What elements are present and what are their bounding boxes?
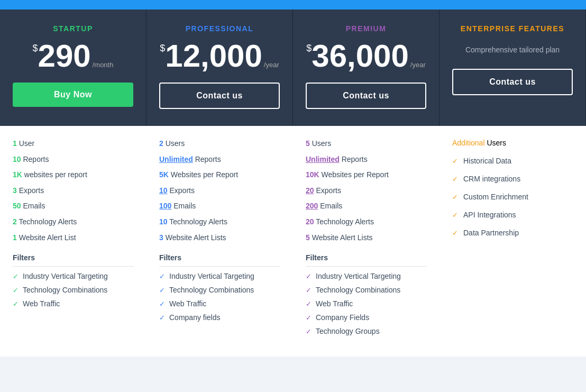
feature-highlight-premium-6: 5 — [306, 233, 310, 242]
price-amount-premium: 36,000 — [312, 40, 409, 72]
list-item: 10 Reports — [13, 154, 134, 165]
check-icon-premium-4: ✓ — [306, 327, 312, 335]
feature-list-startup: 1 User10 Reports1K websites per report3 … — [13, 139, 134, 243]
feature-highlight-professional-2: 5K — [159, 170, 169, 179]
price-row-professional: $12,000/year — [160, 40, 279, 72]
feature-highlight-startup-2: 1K — [13, 170, 22, 179]
feature-highlight-professional-3: 10 — [159, 186, 168, 195]
feature-highlight-professional-5: 10 — [159, 217, 168, 226]
enterprise-additional-0: Additional — [452, 139, 485, 147]
list-item: 10K Websites per Report — [306, 170, 427, 180]
list-item: ✓Technology Groups — [306, 327, 427, 335]
list-item: 10 Exports — [159, 186, 280, 196]
top-bar — [0, 0, 586, 10]
price-period-premium: /year — [410, 61, 426, 69]
list-item: ✓API Integrations — [452, 211, 573, 219]
filter-label-startup-1: Technology Combinations — [23, 286, 107, 294]
price-amount-professional: 12,000 — [165, 40, 262, 72]
check-icon-professional-0: ✓ — [159, 272, 165, 280]
plan-header-premium: PREMIUM$36,000/yearContact us — [293, 10, 440, 126]
feature-highlight-startup-6: 1 — [13, 233, 17, 242]
plan-body-professional: 2 UsersUnlimited Reports5K Websites per … — [146, 126, 293, 357]
list-item: Additional Users — [452, 139, 573, 147]
plan-name-startup: STARTUP — [53, 24, 93, 33]
filters-label-professional: Filters — [159, 253, 280, 267]
list-item: 200 Emails — [306, 201, 427, 212]
filter-label-startup-0: Industry Vertical Targeting — [23, 272, 108, 280]
feature-highlight-professional-0: 2 — [159, 139, 163, 148]
plan-name-premium: PREMIUM — [346, 24, 387, 33]
cta-button-startup[interactable]: Buy Now — [13, 83, 133, 107]
enterprise-feature-label-1: Historical Data — [463, 157, 511, 165]
enterprise-feature-label-2: CRM integrations — [463, 175, 520, 183]
list-item: ✓Company Fields — [306, 313, 427, 322]
check-icon-startup-1: ✓ — [13, 286, 19, 294]
cta-button-enterprise[interactable]: Contact us — [452, 69, 573, 95]
filters-label-startup: Filters — [13, 253, 134, 267]
check-icon-startup-2: ✓ — [13, 300, 19, 308]
filter-label-professional-3: Company fields — [169, 313, 221, 322]
list-item: 2 Technology Alerts — [13, 217, 134, 227]
price-period-professional: /year — [264, 61, 279, 69]
feature-highlight-startup-3: 3 — [13, 186, 17, 195]
list-item: ✓Technology Combinations — [13, 286, 134, 294]
feature-list-professional: 2 UsersUnlimited Reports5K Websites per … — [159, 139, 280, 243]
feature-highlight-startup-1: 10 — [13, 155, 21, 163]
feature-highlight-startup-4: 50 — [13, 202, 21, 210]
check-icon-premium-3: ✓ — [306, 314, 312, 322]
list-item: ✓Company fields — [159, 313, 280, 322]
plan-body-premium: 5 UsersUnlimited Reports10K Websites per… — [293, 126, 440, 357]
enterprise-feature-label-3: Custom Enrichment — [463, 193, 528, 201]
list-item: 1 Website Alert List — [13, 233, 134, 243]
filter-label-professional-2: Web Traffic — [169, 299, 206, 308]
price-period-startup: /month — [93, 61, 114, 69]
list-item: 20 Exports — [306, 186, 427, 196]
list-item: 2 Users — [159, 139, 280, 149]
check-icon-premium-2: ✓ — [306, 300, 312, 308]
enterprise-check-icon-2: ✓ — [452, 175, 458, 183]
feature-highlight-startup-0: 1 — [13, 139, 17, 148]
plan-column-enterprise: ENTERPRISE FEATURESComprehensive tailore… — [440, 10, 586, 357]
check-icon-professional-1: ✓ — [159, 286, 165, 294]
filter-label-professional-1: Technology Combinations — [169, 286, 254, 294]
price-symbol-professional: $ — [160, 43, 165, 53]
check-icon-professional-2: ✓ — [159, 300, 165, 308]
check-icon-premium-1: ✓ — [306, 286, 312, 294]
feature-highlight-premium-3: 20 — [306, 186, 314, 195]
feature-highlight-premium-1: Unlimited — [306, 155, 340, 163]
enterprise-check-icon-5: ✓ — [452, 229, 458, 237]
plan-name-enterprise: ENTERPRISE FEATURES — [461, 24, 564, 33]
price-symbol-startup: $ — [33, 43, 38, 53]
plan-column-startup: STARTUP$290/monthBuy Now1 User10 Reports… — [0, 10, 146, 357]
list-item: 1K websites per report — [13, 170, 134, 180]
filter-label-startup-2: Web Traffic — [23, 299, 60, 308]
list-item: ✓Custom Enrichment — [452, 193, 573, 201]
list-item: ✓Technology Combinations — [306, 286, 427, 294]
price-row-premium: $36,000/year — [306, 40, 425, 72]
filter-label-premium-1: Technology Combinations — [316, 286, 400, 294]
list-item: 5K Websites per Report — [159, 170, 280, 180]
cta-button-professional[interactable]: Contact us — [159, 83, 280, 109]
feature-highlight-premium-0: 5 — [306, 139, 310, 148]
plan-description-enterprise: Comprehensive tailored plan — [465, 45, 560, 54]
list-item: ✓Data Partnership — [452, 229, 573, 237]
cta-button-premium[interactable]: Contact us — [306, 83, 426, 109]
feature-highlight-premium-2: 10K — [306, 170, 319, 179]
feature-highlight-premium-5: 20 — [306, 217, 314, 226]
check-icon-professional-3: ✓ — [159, 314, 165, 322]
filters-label-premium: Filters — [306, 253, 427, 267]
filter-label-premium-0: Industry Vertical Targeting — [316, 272, 401, 280]
filter-label-professional-0: Industry Vertical Targeting — [169, 272, 254, 280]
plan-body-enterprise: Additional Users✓Historical Data✓CRM int… — [440, 126, 586, 357]
enterprise-check-icon-1: ✓ — [452, 157, 458, 165]
check-icon-startup-0: ✓ — [13, 272, 19, 280]
feature-list-premium: 5 UsersUnlimited Reports10K Websites per… — [306, 139, 427, 243]
filter-label-premium-4: Technology Groups — [316, 327, 380, 335]
price-row-startup: $290/month — [33, 40, 114, 72]
enterprise-feature-label-5: Data Partnership — [463, 229, 519, 237]
list-item: ✓Industry Vertical Targeting — [13, 272, 134, 280]
plan-column-premium: PREMIUM$36,000/yearContact us5 UsersUnli… — [293, 10, 440, 357]
plan-body-startup: 1 User10 Reports1K websites per report3 … — [0, 126, 146, 357]
price-symbol-premium: $ — [306, 43, 312, 53]
list-item: ✓Industry Vertical Targeting — [306, 272, 427, 280]
